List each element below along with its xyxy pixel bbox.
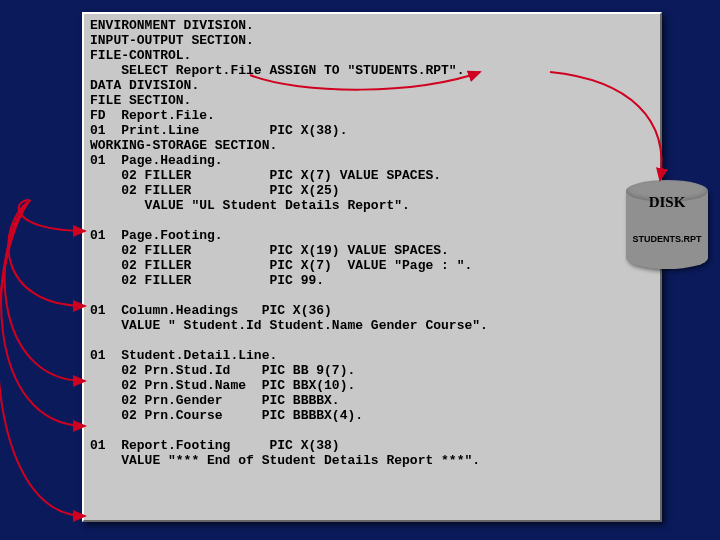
code-line: FILE SECTION. [90,93,191,108]
code-panel: ENVIRONMENT DIVISION. INPUT-OUTPUT SECTI… [82,12,662,522]
arrow-left-2 [8,200,85,306]
disk-label: DISK [626,194,708,211]
arrow-left-3 [5,200,85,381]
code-line: 02 FILLER PIC X(19) VALUE SPACES. [90,243,449,258]
code-line: ENVIRONMENT DIVISION. [90,18,254,33]
code-line: 02 Prn.Stud.Id PIC BB 9(7). [90,363,355,378]
disk-filename: STUDENTS.RPT [626,234,708,244]
code-line: 02 Prn.Gender PIC BBBBX. [90,393,340,408]
code-line: INPUT-OUTPUT SECTION. [90,33,254,48]
code-line: 01 Print.Line PIC X(38). [90,123,347,138]
code-line: 02 Prn.Stud.Name PIC BBX(10). [90,378,355,393]
arrow-left-1 [19,200,85,231]
code-block: ENVIRONMENT DIVISION. INPUT-OUTPUT SECTI… [90,18,654,468]
code-line: DATA DIVISION. [90,78,199,93]
code-line: SELECT Report.File ASSIGN TO "STUDENTS.R… [90,63,464,78]
arrow-left-5 [0,200,85,516]
code-line: 01 Page.Heading. [90,153,223,168]
code-line: VALUE "UL Student Details Report". [90,198,410,213]
code-line: 01 Page.Footing. [90,228,223,243]
code-line: VALUE " Student.Id Student.Name Gender C… [90,318,488,333]
code-line: 01 Column.Headings PIC X(36) [90,303,332,318]
code-line: 02 FILLER PIC X(7) VALUE "Page : ". [90,258,472,273]
arrow-left-4 [1,200,85,426]
code-line: FD Report.File. [90,108,215,123]
code-line: 02 Prn.Course PIC BBBBX(4). [90,408,363,423]
code-line: 01 Report.Footing PIC X(38) [90,438,340,453]
code-line: VALUE "*** End of Student Details Report… [90,453,480,468]
code-line: 02 FILLER PIC 99. [90,273,324,288]
code-line: 02 FILLER PIC X(25) [90,183,340,198]
code-line: WORKING-STORAGE SECTION. [90,138,277,153]
disk-cylinder: DISK STUDENTS.RPT [626,180,708,280]
code-line: 01 Student.Detail.Line. [90,348,277,363]
code-line: 02 FILLER PIC X(7) VALUE SPACES. [90,168,441,183]
code-line: FILE-CONTROL. [90,48,191,63]
